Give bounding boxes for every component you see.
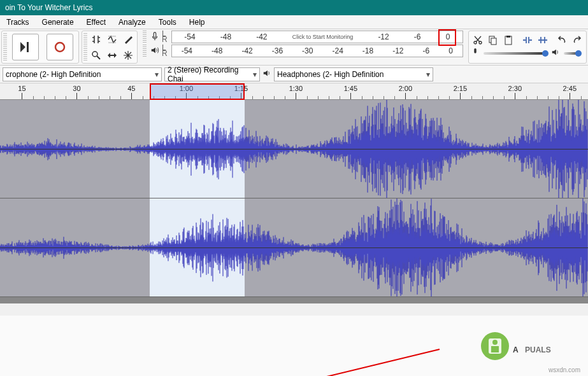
grip[interactable] (3, 33, 7, 61)
selection-tool[interactable] (89, 32, 104, 47)
silence-button[interactable] (535, 32, 550, 48)
lr-label: LR (162, 45, 168, 57)
meters: LR -54-48-42 Click to Start Monitoring -… (140, 31, 466, 64)
envelope-tool[interactable] (104, 32, 120, 47)
lr-label: LR (162, 31, 168, 43)
toolbar-row: LR -54-48-42 Click to Start Monitoring -… (0, 29, 588, 66)
footer-area: A PUALS wsxdn.com (0, 316, 588, 376)
play-volume-slider[interactable] (564, 52, 580, 55)
tools-toolbar (82, 31, 138, 64)
speaker-device-icon (262, 69, 271, 80)
brand-logo: A PUALS (476, 327, 578, 365)
menu-tracks[interactable]: Tracks (0, 16, 36, 29)
track-channel-right[interactable] (0, 198, 588, 297)
input-device-combo[interactable]: crophone (2- High Definition▾ (3, 67, 162, 81)
menu-analyze[interactable]: Analyze (112, 16, 152, 29)
menu-help[interactable]: Help (183, 16, 212, 29)
playback-meter[interactable]: -54-48-42 -36-30-24 -18-12-60 (171, 45, 463, 57)
svg-point-1 (92, 52, 97, 57)
grip[interactable] (83, 33, 87, 61)
svg-text:A: A (513, 345, 519, 354)
mic-icon[interactable] (150, 32, 159, 43)
multi-tool[interactable] (120, 48, 136, 63)
menu-bar: Tracks Generate Effect Analyze Tools Hel… (0, 15, 588, 29)
paste-button[interactable] (501, 32, 516, 48)
timeshift-tool[interactable] (104, 48, 120, 63)
track-channel-left[interactable] (0, 100, 588, 198)
edit-toolbar (468, 31, 587, 64)
skip-end-button[interactable] (12, 34, 39, 60)
svg-point-11 (492, 340, 498, 345)
transport-toolbar (1, 31, 79, 64)
undo-button[interactable] (554, 32, 570, 48)
redo-button[interactable] (570, 32, 585, 48)
menu-tools[interactable]: Tools (152, 16, 183, 29)
record-button[interactable] (47, 34, 73, 60)
speaker-icon[interactable] (150, 46, 159, 57)
grip[interactable] (143, 31, 147, 43)
cut-button[interactable] (470, 32, 485, 48)
window-title: oin To Your Witcher Lyrics (5, 3, 92, 12)
menu-effect[interactable]: Effect (80, 16, 112, 29)
zoom-tool[interactable] (89, 48, 104, 63)
mic-rec-icon (471, 48, 480, 59)
device-toolbar: crophone (2- High Definition▾ 2 (Stereo)… (0, 66, 588, 83)
svg-rect-8 (506, 36, 510, 38)
recording-meter[interactable]: -54-48-42 Click to Start Monitoring -12-… (171, 31, 463, 43)
trim-button[interactable] (520, 32, 535, 48)
svg-text:PUALS: PUALS (525, 345, 551, 354)
menu-generate[interactable]: Generate (36, 16, 80, 29)
timeline-ruler[interactable]: 1530451:001:151:301:452:002:152:302:45 (0, 83, 588, 100)
watermark-origin: wsxdn.com (549, 366, 580, 373)
copy-button[interactable] (485, 32, 501, 48)
svg-rect-6 (491, 38, 496, 45)
track-area-empty (0, 297, 588, 303)
svg-rect-12 (491, 346, 499, 352)
svg-point-0 (55, 43, 64, 52)
svg-line-2 (97, 56, 100, 59)
draw-tool[interactable] (120, 32, 136, 47)
track-area (0, 100, 588, 303)
grip[interactable] (143, 45, 147, 57)
record-volume-slider[interactable] (484, 52, 547, 55)
output-device-combo[interactable]: Headphones (2- High Definition▾ (274, 67, 433, 81)
window-titlebar: oin To Your Witcher Lyrics (0, 0, 588, 15)
speaker-play-icon (551, 48, 560, 59)
channels-combo[interactable]: 2 (Stereo) Recording Chai▾ (164, 67, 260, 81)
